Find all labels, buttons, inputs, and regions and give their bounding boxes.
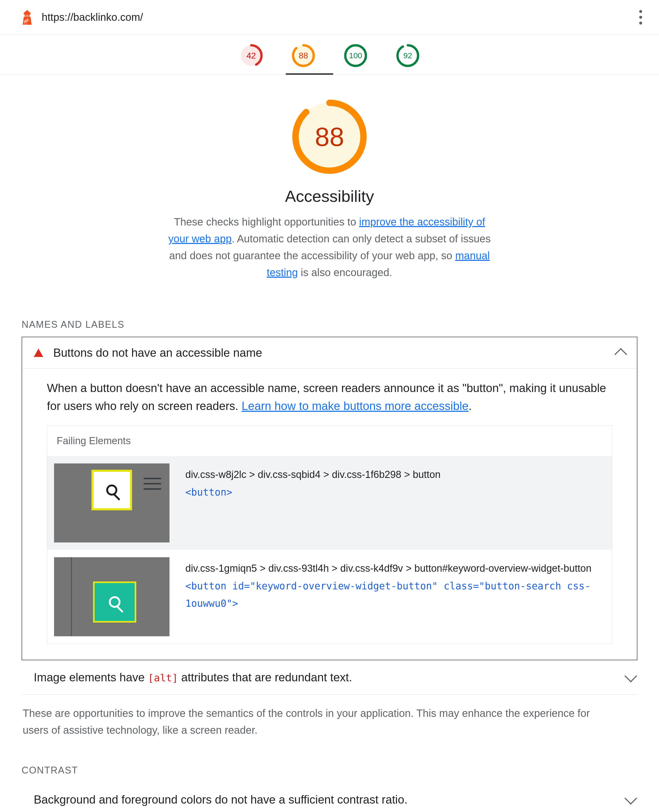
audit-toggle-button-name[interactable]: Buttons do not have an accessible name: [22, 337, 637, 368]
fail-triangle-icon: [34, 349, 43, 357]
page-url: https://backlinko.com/: [42, 11, 143, 23]
audit-body: When a button doesn't have an accessible…: [22, 368, 637, 660]
audit-toggle-image-alt[interactable]: Image elements have [alt] attributes tha…: [22, 660, 637, 695]
gauge-performance[interactable]: 42: [240, 44, 263, 67]
audit-button-name: Buttons do not have an accessible name W…: [22, 337, 637, 660]
failing-element-row[interactable]: div.css-w8j2lc > div.css-sqbid4 > div.cs…: [47, 456, 612, 550]
link-learn-buttons[interactable]: Learn how to make buttons more accessibl…: [242, 400, 469, 412]
chevron-down-icon: [624, 670, 637, 682]
failing-elements-table: Failing Elements div.css-w8j2lc > div.cs…: [47, 425, 612, 644]
lighthouse-icon: [21, 10, 33, 25]
gauge-best-practices[interactable]: 100: [344, 44, 367, 67]
group-heading: NAMES AND LABELS: [22, 293, 637, 337]
group-names-and-labels: NAMES AND LABELS Buttons do not have an …: [0, 293, 659, 738]
accessibility-hero: 88 Accessibility These checks highlight …: [0, 75, 659, 293]
category-description: These checks highlight opportunities to …: [164, 213, 495, 281]
group-heading: CONTRAST: [22, 738, 637, 782]
chevron-down-icon: [624, 792, 637, 805]
category-title: Accessibility: [0, 187, 659, 206]
category-gauge-row: 42 88 100 92: [0, 35, 659, 75]
group-contrast: CONTRAST Background and foreground color…: [0, 738, 659, 812]
failing-element-row[interactable]: div.css-1gmiqn5 > div.css-93tl4h > div.c…: [47, 550, 612, 644]
element-thumbnail: [54, 463, 169, 543]
more-menu-button[interactable]: [638, 7, 643, 27]
chevron-up-icon: [615, 348, 627, 361]
big-gauge-accessibility: 88: [291, 99, 368, 175]
active-tab-indicator: [286, 73, 333, 75]
audit-toggle-color-contrast[interactable]: Background and foreground colors do not …: [22, 782, 637, 812]
gauge-seo[interactable]: 92: [396, 44, 419, 67]
group-note-names: These are opportunities to improve the s…: [22, 695, 615, 738]
gauge-accessibility[interactable]: 88: [292, 44, 315, 67]
url-bar: https://backlinko.com/: [0, 0, 659, 35]
element-thumbnail: [54, 557, 169, 636]
